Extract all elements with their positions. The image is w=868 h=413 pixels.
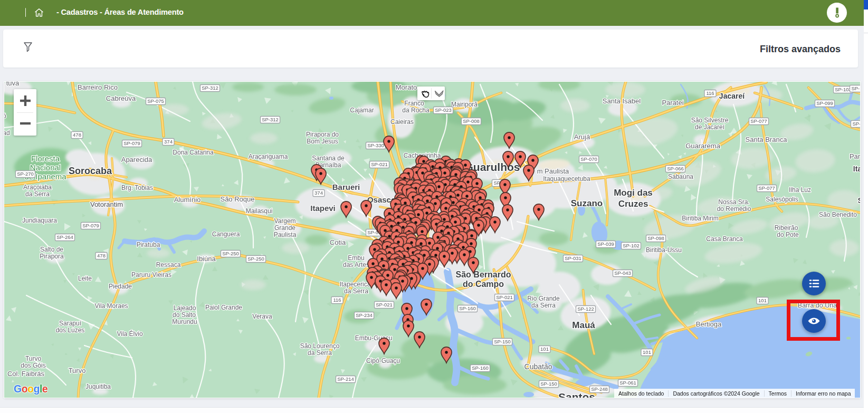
svg-text:SP-008: SP-008: [463, 118, 480, 124]
svg-text:Par: Par: [850, 152, 860, 160]
svg-text:do Campo: do Campo: [463, 280, 504, 289]
svg-text:Ribeirão: Ribeirão: [775, 224, 798, 232]
svg-text:Mogi das: Mogi das: [614, 188, 653, 198]
svg-text:da Serra: da Serra: [25, 190, 50, 198]
svg-text:SP-021: SP-021: [371, 161, 388, 167]
svg-text:Aparecida: Aparecida: [121, 156, 152, 164]
svg-text:São Lourenço: São Lourenço: [300, 342, 340, 350]
svg-text:SP-021: SP-021: [496, 294, 513, 300]
svg-text:do Salto: do Salto: [173, 311, 196, 319]
svg-text:Turvo: Turvo: [69, 367, 86, 374]
svg-text:478: 478: [73, 132, 81, 138]
svg-text:SP-077: SP-077: [758, 185, 775, 191]
svg-text:Vila Élvio: Vila Élvio: [117, 330, 142, 338]
svg-text:dos Góis: dos Góis: [21, 362, 45, 369]
svg-text:Cubatão: Cubatão: [524, 362, 552, 371]
svg-text:101: 101: [643, 349, 651, 355]
svg-text:Ressaca: Ressaca: [156, 261, 181, 268]
svg-text:Vila Moraes: Vila Moraes: [94, 302, 128, 310]
svg-text:SP-102: SP-102: [623, 243, 640, 248]
svg-text:SP-043: SP-043: [614, 270, 631, 276]
svg-text:Caieiras: Caieiras: [390, 118, 414, 126]
svg-text:Suzano: Suzano: [571, 198, 603, 208]
svg-text:Salesópolis: Salesópolis: [766, 196, 798, 203]
svg-text:Biritiba Mirim: Biritiba Mirim: [682, 215, 718, 222]
svg-text:Rio Grande: Rio Grande: [527, 295, 560, 302]
svg-text:Piedade: Piedade: [109, 283, 132, 290]
svg-text:Mailasqui: Mailasqui: [246, 207, 273, 215]
svg-text:da Serra: da Serra: [308, 349, 332, 357]
svg-text:Franco: Franco: [404, 100, 424, 107]
svg-text:SP-077: SP-077: [750, 118, 767, 124]
svg-text:SP-103: SP-103: [835, 87, 852, 92]
svg-text:Jacareí: Jacareí: [719, 92, 745, 100]
svg-text:São Bernardo: São Bernardo: [456, 270, 511, 279]
svg-text:Arujá: Arujá: [574, 133, 590, 141]
svg-text:tuva: tuva: [6, 82, 20, 87]
svg-text:SP-021: SP-021: [376, 302, 393, 308]
svg-text:SP-234: SP-234: [356, 312, 373, 318]
svg-text:Bertioga: Bertioga: [696, 320, 722, 328]
svg-text:Mairiporã: Mairiporã: [451, 101, 478, 108]
svg-text:SP-248: SP-248: [591, 386, 608, 392]
svg-text:Cotia: Cotia: [330, 238, 346, 246]
svg-text:Col. Faibrás: Col. Faibrás: [7, 370, 45, 378]
svg-text:Lajeado: Lajeado: [174, 304, 196, 312]
svg-text:116: 116: [706, 90, 714, 96]
svg-text:Juquitiba: Juquitiba: [85, 383, 111, 390]
svg-text:Jundiaquara: Jundiaquara: [22, 217, 57, 224]
svg-text:Pirapora do: Pirapora do: [306, 131, 339, 138]
svg-text:Canguera: Canguera: [212, 230, 240, 238]
svg-text:SP-098: SP-098: [647, 235, 664, 241]
svg-text:116: 116: [333, 297, 341, 303]
svg-text:Santa Isabel: Santa Isabel: [603, 97, 641, 105]
svg-text:SP-160: SP-160: [472, 365, 489, 371]
svg-text:Barreiro Rico: Barreiro Rico: [78, 83, 118, 91]
svg-text:SP-150: SP-150: [494, 339, 511, 344]
svg-text:do Remédio: do Remédio: [717, 205, 751, 213]
svg-text:de Jacareí: de Jacareí: [695, 123, 725, 131]
svg-text:da Serra: da Serra: [344, 287, 368, 295]
svg-text:101: 101: [758, 297, 767, 303]
svg-text:Araçariguama: Araçariguama: [249, 153, 288, 160]
svg-text:Cajamar: Cajamar: [350, 107, 374, 114]
svg-text:São Benedito: São Benedito: [819, 211, 857, 218]
svg-text:SP-0: SP-0: [852, 121, 860, 127]
svg-text:SP-250: SP-250: [247, 256, 264, 262]
svg-text:Araçoiaba: Araçoiaba: [23, 184, 52, 191]
svg-text:SP-312: SP-312: [262, 117, 279, 122]
svg-text:Paruru Vieiras: Paruru Vieiras: [131, 271, 171, 278]
svg-text:SP-312: SP-312: [202, 85, 218, 91]
svg-text:Piratuba: Piratuba: [137, 241, 160, 248]
svg-text:São Silvestre: São Silvestre: [691, 117, 729, 124]
svg-text:SP-270: SP-270: [17, 171, 34, 177]
svg-text:Floresta: Floresta: [31, 154, 60, 163]
svg-text:Leite: Leite: [78, 275, 92, 282]
svg-text:Ibiúna: Ibiúna: [197, 255, 216, 263]
svg-text:SP-031: SP-031: [565, 255, 581, 261]
svg-text:Casa Branca: Casa Branca: [706, 235, 743, 243]
svg-text:Votorantim: Votorantim: [90, 200, 123, 208]
svg-text:SP-075: SP-075: [147, 98, 164, 104]
svg-text:Sabaúna: Sabaúna: [668, 173, 693, 180]
svg-text:374: 374: [164, 139, 173, 145]
svg-text:478: 478: [97, 253, 106, 258]
svg-text:SP-150: SP-150: [540, 381, 557, 387]
svg-text:da Rocha: da Rocha: [402, 107, 430, 114]
svg-text:Cabreúva: Cabreúva: [106, 94, 136, 102]
svg-text:Guararema: Guararema: [685, 142, 721, 150]
svg-text:SP-079: SP-079: [123, 140, 140, 146]
svg-text:Mauá: Mauá: [572, 320, 595, 330]
svg-text:Bom Jesus: Bom Jesus: [307, 138, 338, 145]
svg-text:Itapevi: Itapevi: [310, 204, 336, 213]
svg-text:Sarapuí: Sarapuí: [59, 320, 82, 327]
svg-text:SP-070: SP-070: [580, 156, 597, 162]
svg-text:Turvo: Turvo: [25, 355, 42, 362]
svg-text:do Pote: do Pote: [777, 231, 799, 238]
svg-text:Vargem: Vargem: [274, 217, 295, 225]
svg-text:Su: Su: [857, 196, 860, 205]
svg-text:dos Luzes: dos Luzes: [56, 326, 85, 334]
svg-text:Barueri: Barueri: [332, 183, 360, 191]
svg-text:Ilha Luz: Ilha Luz: [789, 186, 811, 194]
svg-text:SP-099: SP-099: [816, 100, 833, 106]
